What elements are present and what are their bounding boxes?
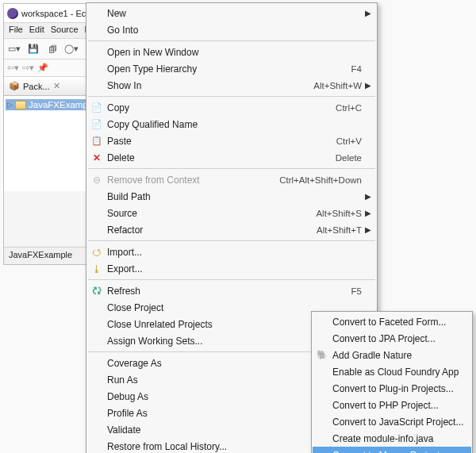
menu-item-label: Refresh bbox=[107, 286, 340, 297]
package-explorer-tab-label: Pack... bbox=[23, 82, 50, 91]
submenu-item-convert-to-faceted-form[interactable]: Convert to Faceted Form... bbox=[313, 313, 471, 330]
blank bbox=[316, 416, 328, 428]
copy-icon: 📄 bbox=[90, 118, 103, 131]
menu-item-label: Enable as Cloud Foundry App bbox=[332, 367, 459, 378]
menu-item-open-type-hierarchy[interactable]: Open Type HierarchyF4 bbox=[87, 60, 376, 77]
blank bbox=[90, 424, 103, 436]
refresh-icon: 🗘 bbox=[90, 285, 103, 298]
user-button[interactable]: ◯▾ bbox=[64, 42, 79, 56]
menu-item-label: Convert to JPA Project... bbox=[332, 333, 457, 344]
save-button[interactable]: 💾 bbox=[26, 42, 40, 56]
menu-item-refresh[interactable]: 🗘RefreshF5 bbox=[87, 282, 376, 299]
blank bbox=[316, 382, 328, 395]
blank bbox=[90, 46, 103, 59]
save-all-button[interactable]: 🗐 bbox=[45, 42, 60, 56]
menu-item-accelerator: Ctrl+V bbox=[336, 136, 362, 146]
menu-item-build-path[interactable]: Build Path▶ bbox=[87, 188, 376, 205]
menu-source[interactable]: Source bbox=[51, 25, 79, 36]
menu-item-label: Open in New Window bbox=[107, 47, 362, 58]
menu-item-copy-qualified-name[interactable]: 📄Copy Qualified Name bbox=[87, 116, 376, 132]
back-icon[interactable]: ⇦▾ bbox=[7, 63, 19, 73]
submenu-arrow-icon: ▶ bbox=[365, 9, 371, 17]
menu-item-label: Convert to Faceted Form... bbox=[332, 317, 457, 328]
blank bbox=[316, 399, 328, 412]
configure-submenu: Convert to Faceted Form...Convert to JPA… bbox=[311, 311, 473, 453]
submenu-item-create-module-info-java[interactable]: Create module-info.java bbox=[313, 430, 471, 447]
menu-item-open-in-new-window[interactable]: Open in New Window bbox=[87, 44, 376, 60]
menu-item-label: Delete bbox=[107, 152, 324, 163]
menu-item-label: Source bbox=[107, 208, 305, 219]
menu-item-accelerator: Delete bbox=[336, 153, 362, 163]
menu-item-label: Paste bbox=[107, 136, 325, 147]
submenu-arrow-icon: ▶ bbox=[365, 192, 371, 201]
menu-item-import[interactable]: ⭯Import... bbox=[87, 244, 376, 260]
menu-item-paste[interactable]: 📋PasteCtrl+V bbox=[87, 132, 376, 149]
menu-item-label: Copy Qualified Name bbox=[107, 119, 362, 130]
menu-file[interactable]: File bbox=[9, 25, 23, 36]
menu-item-label: Remove from Context bbox=[107, 175, 268, 186]
menu-separator bbox=[88, 40, 375, 41]
blank bbox=[90, 79, 103, 92]
fwd-icon[interactable]: ⇨▾ bbox=[22, 63, 34, 73]
submenu-item-enable-as-cloud-foundry-app[interactable]: Enable as Cloud Foundry App bbox=[313, 363, 471, 380]
submenu-item-convert-to-maven-project[interactable]: Convert to Maven Project bbox=[313, 447, 471, 453]
package-icon: 📦 bbox=[9, 81, 20, 91]
submenu-arrow-icon: ▶ bbox=[365, 225, 371, 234]
gradle-icon: 🐘 bbox=[316, 349, 328, 362]
close-tab-icon[interactable]: ✕ bbox=[53, 81, 60, 91]
eclipse-logo-icon bbox=[7, 8, 18, 19]
menu-item-label: Import... bbox=[107, 247, 362, 258]
menu-separator bbox=[88, 279, 375, 280]
menu-item-accelerator: F5 bbox=[351, 286, 362, 296]
remove-context-icon: ⊖ bbox=[90, 174, 103, 186]
status-selection: JavaFXExample bbox=[9, 250, 72, 259]
blank bbox=[90, 224, 103, 236]
blank bbox=[316, 316, 328, 328]
copy-icon: 📄 bbox=[90, 102, 103, 114]
menu-item-export[interactable]: ⭳Export... bbox=[87, 260, 376, 277]
pin-icon[interactable]: 📌 bbox=[37, 63, 48, 73]
menu-item-go-into[interactable]: Go Into bbox=[87, 21, 376, 38]
menu-item-show-in[interactable]: Show InAlt+Shift+W▶ bbox=[87, 77, 376, 94]
new-button[interactable]: ▭▾ bbox=[7, 42, 21, 56]
menu-item-copy[interactable]: 📄CopyCtrl+C bbox=[87, 99, 376, 116]
submenu-item-convert-to-php-project[interactable]: Convert to PHP Project... bbox=[313, 397, 471, 413]
menu-item-accelerator: Alt+Shift+T bbox=[317, 225, 362, 235]
menu-item-delete[interactable]: ✕DeleteDelete bbox=[87, 149, 376, 166]
menu-item-label: Convert to JavaScript Project... bbox=[332, 417, 463, 428]
submenu-item-convert-to-jpa-project[interactable]: Convert to JPA Project... bbox=[313, 330, 471, 347]
blank bbox=[316, 432, 328, 445]
menu-item-accelerator: Alt+Shift+W bbox=[313, 81, 362, 90]
menu-item-new[interactable]: New▶ bbox=[87, 5, 376, 21]
blank bbox=[90, 335, 103, 347]
menu-separator bbox=[88, 240, 375, 241]
menu-item-accelerator: F4 bbox=[351, 64, 362, 74]
blank bbox=[90, 7, 103, 20]
import-icon: ⭯ bbox=[90, 246, 103, 259]
submenu-arrow-icon: ▶ bbox=[365, 81, 371, 90]
blank bbox=[90, 440, 103, 453]
submenu-item-add-gradle-nature[interactable]: 🐘Add Gradle Nature bbox=[313, 347, 471, 363]
menu-item-label: Convert to PHP Project... bbox=[332, 400, 457, 411]
blank bbox=[90, 357, 103, 370]
menu-separator bbox=[88, 168, 375, 169]
menu-item-source[interactable]: SourceAlt+Shift+S▶ bbox=[87, 205, 376, 221]
blank bbox=[316, 449, 328, 454]
menu-item-label: Convert to Maven Project bbox=[332, 450, 457, 454]
delete-icon: ✕ bbox=[90, 152, 103, 164]
menu-item-refactor[interactable]: RefactorAlt+Shift+T▶ bbox=[87, 221, 376, 238]
menu-item-label: Export... bbox=[107, 263, 362, 274]
window-title: workspace1 - Eclip bbox=[21, 9, 94, 18]
export-icon: ⭳ bbox=[90, 263, 103, 275]
blank bbox=[90, 318, 103, 331]
menu-item-label: Go Into bbox=[107, 25, 362, 36]
menu-separator bbox=[88, 96, 375, 97]
menu-edit[interactable]: Edit bbox=[29, 25, 44, 36]
blank bbox=[90, 207, 103, 220]
blank bbox=[316, 332, 328, 345]
expand-icon[interactable]: ▷ bbox=[7, 101, 13, 109]
blank bbox=[90, 63, 103, 75]
menu-item-label: Open Type Hierarchy bbox=[107, 63, 340, 75]
submenu-item-convert-to-javascript-project[interactable]: Convert to JavaScript Project... bbox=[313, 413, 471, 430]
submenu-item-convert-to-plug-in-projects[interactable]: Convert to Plug-in Projects... bbox=[313, 380, 471, 397]
